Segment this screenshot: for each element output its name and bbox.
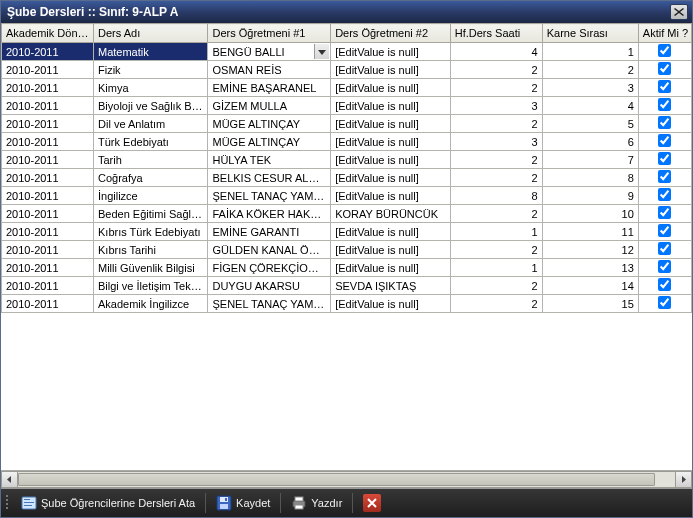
cell[interactable]: 2010-2011 xyxy=(2,295,94,313)
cell[interactable]: 2 xyxy=(450,295,542,313)
cell[interactable]: Fizik xyxy=(94,61,208,79)
cell[interactable]: [EditValue is null] xyxy=(331,169,451,187)
table-row[interactable]: 2010-2011İngilizceŞENEL TANAÇ YAMAN[Edit… xyxy=(2,187,692,205)
col-header-karne[interactable]: Karne Sırası xyxy=(542,24,638,43)
cell[interactable]: GİZEM MULLA xyxy=(208,97,331,115)
cell[interactable]: EMİNE GARANTI xyxy=(208,223,331,241)
active-checkbox[interactable] xyxy=(658,242,671,255)
assign-lessons-button[interactable]: Şube Öğrencilerine Dersleri Ata xyxy=(15,492,201,514)
cell[interactable]: 2 xyxy=(450,241,542,259)
cell[interactable]: İngilizce xyxy=(94,187,208,205)
cell[interactable]: 4 xyxy=(450,43,542,61)
cell[interactable]: 6 xyxy=(542,133,638,151)
cell[interactable]: [EditValue is null] xyxy=(331,79,451,97)
cell[interactable]: 8 xyxy=(542,169,638,187)
cell[interactable]: 2010-2011 xyxy=(2,259,94,277)
active-cell[interactable] xyxy=(638,43,691,61)
col-header-ogretmen1[interactable]: Ders Öğretmeni #1 xyxy=(208,24,331,43)
cell[interactable]: [EditValue is null] xyxy=(331,223,451,241)
print-button[interactable]: Yazdır xyxy=(285,492,348,514)
cell[interactable]: 11 xyxy=(542,223,638,241)
teacher-dropdown[interactable]: BENGÜ BALLI xyxy=(208,43,331,61)
active-cell[interactable] xyxy=(638,259,691,277)
active-cell[interactable] xyxy=(638,97,691,115)
cell[interactable]: 1 xyxy=(542,43,638,61)
cell[interactable]: 2010-2011 xyxy=(2,223,94,241)
active-cell[interactable] xyxy=(638,151,691,169)
cell[interactable]: 2010-2011 xyxy=(2,187,94,205)
cell[interactable]: 8 xyxy=(450,187,542,205)
active-cell[interactable] xyxy=(638,79,691,97)
cell[interactable]: Milli Güvenlik Bilgisi xyxy=(94,259,208,277)
cell[interactable]: 1 xyxy=(450,259,542,277)
cell[interactable]: 2010-2011 xyxy=(2,79,94,97)
data-grid[interactable]: Akademik Dön… Ders Adı Ders Öğretmeni #1… xyxy=(1,23,692,313)
table-row[interactable]: 2010-2011KimyaEMİNE BAŞARANEL[EditValue … xyxy=(2,79,692,97)
table-row[interactable]: 2010-2011Türk EdebiyatıMÜGE ALTINÇAY[Edi… xyxy=(2,133,692,151)
cell[interactable]: MÜGE ALTINÇAY xyxy=(208,133,331,151)
cell[interactable]: 12 xyxy=(542,241,638,259)
active-cell[interactable] xyxy=(638,241,691,259)
cell[interactable]: 2010-2011 xyxy=(2,97,94,115)
cell[interactable]: ŞENEL TANAÇ YAMAN xyxy=(208,295,331,313)
cell[interactable]: [EditValue is null] xyxy=(331,61,451,79)
scroll-track[interactable] xyxy=(18,471,675,488)
cell[interactable]: DUYGU AKARSU xyxy=(208,277,331,295)
cell[interactable]: 13 xyxy=(542,259,638,277)
cell[interactable]: Matematik xyxy=(94,43,208,61)
active-checkbox[interactable] xyxy=(658,44,671,57)
cell[interactable]: OSMAN REİS xyxy=(208,61,331,79)
cell[interactable]: Beden Eğitimi Sağlı… xyxy=(94,205,208,223)
active-cell[interactable] xyxy=(638,61,691,79)
close-button[interactable] xyxy=(670,4,688,20)
table-row[interactable]: 2010-2011FizikOSMAN REİS[EditValue is nu… xyxy=(2,61,692,79)
table-row[interactable]: 2010-2011CoğrafyaBELKIS CESUR ALPSOY[Edi… xyxy=(2,169,692,187)
cell[interactable]: 2010-2011 xyxy=(2,115,94,133)
cell[interactable]: Tarih xyxy=(94,151,208,169)
cell[interactable]: Coğrafya xyxy=(94,169,208,187)
active-cell[interactable] xyxy=(638,187,691,205)
cell[interactable]: Türk Edebiyatı xyxy=(94,133,208,151)
cell[interactable]: GÜLDEN KANAL ÖYCÜM xyxy=(208,241,331,259)
cell[interactable]: 2 xyxy=(450,115,542,133)
cell[interactable]: Dil ve Anlatım xyxy=(94,115,208,133)
cell[interactable]: 2010-2011 xyxy=(2,205,94,223)
cell[interactable]: SEVDA IŞIKTAŞ xyxy=(331,277,451,295)
cell[interactable]: 1 xyxy=(450,223,542,241)
cell[interactable]: 2010-2011 xyxy=(2,151,94,169)
active-checkbox[interactable] xyxy=(658,206,671,219)
cell[interactable]: 2010-2011 xyxy=(2,241,94,259)
active-checkbox[interactable] xyxy=(658,62,671,75)
cell[interactable]: Bilgi ve İletişim Tek… xyxy=(94,277,208,295)
cell[interactable]: 3 xyxy=(450,133,542,151)
col-header-donem[interactable]: Akademik Dön… xyxy=(2,24,94,43)
table-row[interactable]: 2010-2011Kıbrıs TarihiGÜLDEN KANAL ÖYCÜM… xyxy=(2,241,692,259)
active-cell[interactable] xyxy=(638,169,691,187)
cell[interactable]: 7 xyxy=(542,151,638,169)
table-row[interactable]: 2010-2011Akademik İngilizceŞENEL TANAÇ Y… xyxy=(2,295,692,313)
active-checkbox[interactable] xyxy=(658,278,671,291)
cell[interactable]: [EditValue is null] xyxy=(331,133,451,151)
active-checkbox[interactable] xyxy=(658,98,671,111)
cell[interactable]: KORAY BÜRÜNCÜK xyxy=(331,205,451,223)
active-checkbox[interactable] xyxy=(658,80,671,93)
cell[interactable]: 10 xyxy=(542,205,638,223)
table-row[interactable]: 2010-2011Milli Güvenlik BilgisiFİGEN ÇÖR… xyxy=(2,259,692,277)
cell[interactable]: 2010-2011 xyxy=(2,133,94,151)
delete-button[interactable] xyxy=(357,491,387,515)
active-checkbox[interactable] xyxy=(658,152,671,165)
cell[interactable]: [EditValue is null] xyxy=(331,241,451,259)
cell[interactable]: EMİNE BAŞARANEL xyxy=(208,79,331,97)
cell[interactable]: 4 xyxy=(542,97,638,115)
cell[interactable]: FAİKA KÖKER HAKVE… xyxy=(208,205,331,223)
cell[interactable]: [EditValue is null] xyxy=(331,187,451,205)
cell[interactable]: 14 xyxy=(542,277,638,295)
cell[interactable]: 2 xyxy=(450,79,542,97)
cell[interactable]: ŞENEL TANAÇ YAMAN xyxy=(208,187,331,205)
cell[interactable]: 2 xyxy=(450,277,542,295)
cell[interactable]: FİGEN ÇÖREKÇİOĞLU xyxy=(208,259,331,277)
cell[interactable]: [EditValue is null] xyxy=(331,151,451,169)
table-row[interactable]: 2010-2011Kıbrıs Türk EdebiyatıEMİNE GARA… xyxy=(2,223,692,241)
cell[interactable]: 3 xyxy=(542,79,638,97)
cell[interactable]: [EditValue is null] xyxy=(331,295,451,313)
